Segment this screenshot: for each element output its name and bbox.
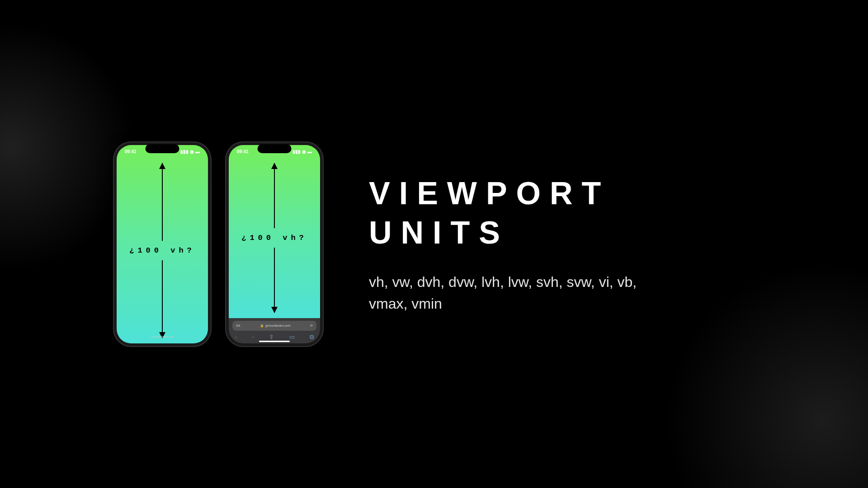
arrow-up-icon [162,163,163,241]
arrow-down-icon [274,248,275,313]
phone-notch [258,144,292,153]
status-icons: ▮▮▮ ◉ ▬ [180,149,200,154]
phone-mockup-large-viewport: 09:41 ▮▮▮ ◉ ▬ ¿100 vh? ⌂ gersonlazaro.co… [113,141,212,347]
url-display: 🔒 gersonlazaro.com [260,324,291,328]
viewport-demo-area: ¿100 vh? ⌂ gersonlazaro.com [117,145,208,343]
slide-title: VIEWPORT UNITS [369,174,640,253]
back-button[interactable]: ‹ [235,333,237,340]
phone-screen: 09:41 ▮▮▮ ◉ ▬ ¿100 vh? AA [229,145,320,343]
wifi-icon: ◉ [302,149,306,154]
phone-mockup-small-viewport: 09:41 ▮▮▮ ◉ ▬ ¿100 vh? AA [225,141,324,347]
forward-button[interactable]: › [252,333,254,340]
url-text: gersonlazaro.com [265,324,291,327]
bookmarks-icon[interactable]: ▭ [289,333,295,340]
status-time: 09:41 [237,149,249,154]
vh-label: ¿100 vh? [129,241,195,260]
vh-label: ¿100 vh? [241,228,307,248]
text-content: VIEWPORT UNITS vh, vw, dvh, dvw, lvh, lv… [369,174,640,314]
title-line-2: UNITS [369,215,509,250]
lock-icon: 🔒 [260,324,264,328]
battery-icon: ▬ [195,149,200,154]
phone-screen: 09:41 ▮▮▮ ◉ ▬ ¿100 vh? ⌂ gersonlazaro.co… [117,145,208,343]
slide-subtitle: vh, vw, dvh, dvw, lvh, lvw, svh, svw, vi… [369,271,640,314]
arrow-down-icon [162,260,163,338]
reader-mode-button[interactable]: AA [236,324,240,327]
battery-icon: ▬ [307,149,312,154]
refresh-icon[interactable]: ⟳ [310,324,313,328]
arrow-up-icon [274,163,275,228]
viewport-demo-area: ¿100 vh? [229,145,320,318]
collapsed-address-bar: ⌂ gersonlazaro.com [117,335,208,338]
signal-icon: ▮▮▮ [180,149,189,154]
status-time: 09:41 [125,149,137,154]
phone-notch [146,144,179,153]
share-icon[interactable]: ⇧ [269,333,274,340]
phone-mockups: 09:41 ▮▮▮ ◉ ▬ ¿100 vh? ⌂ gersonlazaro.co… [104,141,324,347]
slide-content: 09:41 ▮▮▮ ◉ ▬ ¿100 vh? ⌂ gersonlazaro.co… [104,141,764,347]
home-indicator [259,341,290,342]
title-line-1: VIEWPORT [369,176,610,211]
address-bar[interactable]: AA 🔒 gersonlazaro.com ⟳ [232,321,316,331]
signal-icon: ▮▮▮ [292,149,301,154]
status-icons: ▮▮▮ ◉ ▬ [292,149,312,154]
wifi-icon: ◉ [190,149,194,154]
safari-toolbar: AA 🔒 gersonlazaro.com ⟳ ‹ › ⇧ ▭ ⧉ [229,318,320,343]
tabs-icon[interactable]: ⧉ [310,333,314,341]
